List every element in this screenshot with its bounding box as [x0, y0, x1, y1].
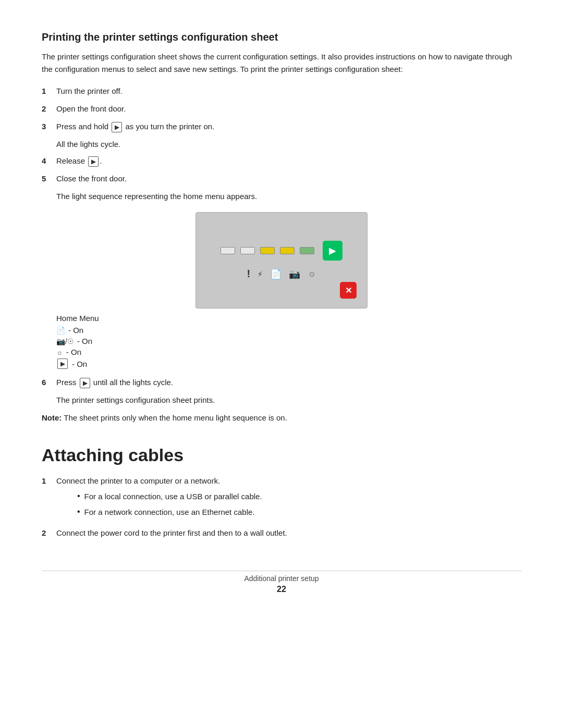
steps-list: 1 Turn the printer off. 2 Open the front… — [42, 85, 521, 133]
legend-page-label: - On — [68, 326, 83, 335]
toner-icon: 📷 — [289, 268, 300, 280]
page-icon: 📄 — [270, 268, 282, 280]
note-bold: Note: — [42, 413, 62, 422]
legend-title: Home Menu — [56, 314, 521, 323]
legend-play-label: - On — [72, 360, 87, 368]
step-6-num: 6 — [42, 376, 56, 389]
legend-sun: ☼ - On — [56, 348, 521, 356]
bullet-1: For a local connection, use a USB or par… — [77, 490, 521, 503]
legend-toner-label: - On — [77, 337, 92, 346]
intro-text: The printer settings configuration sheet… — [42, 51, 521, 76]
step-6-sub: The printer settings configuration sheet… — [56, 394, 521, 406]
step-5-content: Close the front door. — [56, 172, 521, 185]
exclamation-icon: ! — [247, 268, 250, 280]
legend-sun-icon: ☼ — [56, 348, 63, 356]
step-3-sub: All the lights cycle. — [56, 138, 521, 151]
legend-sun-label: - On — [66, 348, 81, 356]
step-6: 6 Press ▶ until all the lights cycle. — [42, 376, 521, 389]
step-3-content: Press and hold ▶ as you turn the printer… — [56, 120, 521, 133]
led-yellow-1 — [260, 247, 275, 254]
play-icon-inline-4: ▶ — [88, 156, 99, 167]
step-2: 2 Open the front door. — [42, 103, 521, 115]
step-1-num: 1 — [42, 85, 56, 97]
step-3: 3 Press and hold ▶ as you turn the print… — [42, 120, 521, 133]
bullet-2-text: For a network connection, use an Etherne… — [84, 506, 255, 519]
footer-page: 22 — [42, 585, 521, 594]
attaching-steps-list: 1 Connect the printer to a computer or a… — [42, 475, 521, 539]
legend-play: ▶ - On — [56, 359, 521, 369]
bullet-2: For a network connection, use an Etherne… — [77, 506, 521, 519]
legend-page-icon: 📄 — [56, 326, 65, 335]
attach-step-1-text: Connect the printer to a computer or a n… — [56, 476, 220, 485]
step-2-num: 2 — [42, 103, 56, 115]
printer-panel-container: ▶ ! ⚡︎ 📄 📷 ☼ ✕ — [42, 212, 521, 309]
led-white-2 — [240, 247, 255, 254]
attach-step-2: 2 Connect the power cord to the printer … — [42, 527, 521, 539]
attaching-section: Attaching cables 1 Connect the printer t… — [42, 445, 521, 539]
attaching-title: Attaching cables — [42, 445, 521, 465]
panel-led-row: ▶ — [221, 241, 342, 261]
sun-icon: ☼ — [308, 268, 316, 279]
step-5: 5 Close the front door. — [42, 172, 521, 185]
attach-step-2-content: Connect the power cord to the printer fi… — [56, 527, 521, 539]
step-5-sub: The light sequence representing the home… — [56, 190, 521, 203]
steps-list-2: 4 Release ▶. 5 Close the front door. — [42, 155, 521, 185]
play-button-green: ▶ — [323, 241, 342, 261]
steps-list-3: 6 Press ▶ until all the lights cycle. — [42, 376, 521, 389]
footer: Additional printer setup 22 — [42, 571, 521, 594]
step-4-content: Release ▶. — [56, 155, 521, 167]
step-6-content: Press ▶ until all the lights cycle. — [56, 376, 521, 389]
legend-toner: 📷/☉ - On — [56, 337, 521, 346]
signal-icon: ⚡︎ — [258, 270, 263, 278]
step-3-num: 3 — [42, 120, 56, 133]
footer-divider — [42, 571, 521, 571]
step-4: 4 Release ▶. — [42, 155, 521, 167]
legend-toner-icon: 📷/☉ — [56, 337, 74, 346]
led-yellow-2 — [280, 247, 295, 254]
step-1: 1 Turn the printer off. — [42, 85, 521, 97]
led-green-1 — [300, 247, 314, 254]
led-white-1 — [221, 247, 235, 254]
attach-step-1-content: Connect the printer to a computer or a n… — [56, 475, 521, 522]
x-button-red: ✕ — [340, 282, 357, 299]
play-icon-inline-3: ▶ — [112, 122, 122, 132]
step-5-num: 5 — [42, 172, 56, 185]
panel-icon-row: ! ⚡︎ 📄 📷 ☼ — [247, 268, 316, 280]
printer-panel: ▶ ! ⚡︎ 📄 📷 ☼ ✕ — [195, 212, 368, 309]
attach-step-1-num: 1 — [42, 475, 56, 487]
legend-page: 📄 - On — [56, 326, 521, 335]
legend-play-icon: ▶ — [57, 359, 68, 369]
footer-label: Additional printer setup — [42, 574, 521, 583]
attach-step-2-num: 2 — [42, 527, 56, 539]
step-1-content: Turn the printer off. — [56, 85, 521, 97]
bullet-1-text: For a local connection, use a USB or par… — [84, 490, 262, 503]
note-text: Note: The sheet prints only when the hom… — [42, 412, 521, 424]
section-title: Printing the printer settings configurat… — [42, 31, 521, 43]
step-2-content: Open the front door. — [56, 103, 521, 115]
legend-container: Home Menu 📄 - On 📷/☉ - On ☼ - On ▶ - On — [56, 314, 521, 369]
step-4-num: 4 — [42, 155, 56, 167]
attach-step-1: 1 Connect the printer to a computer or a… — [42, 475, 521, 522]
attach-step-1-bullets: For a local connection, use a USB or par… — [77, 490, 521, 519]
play-icon-inline-6: ▶ — [80, 378, 90, 388]
